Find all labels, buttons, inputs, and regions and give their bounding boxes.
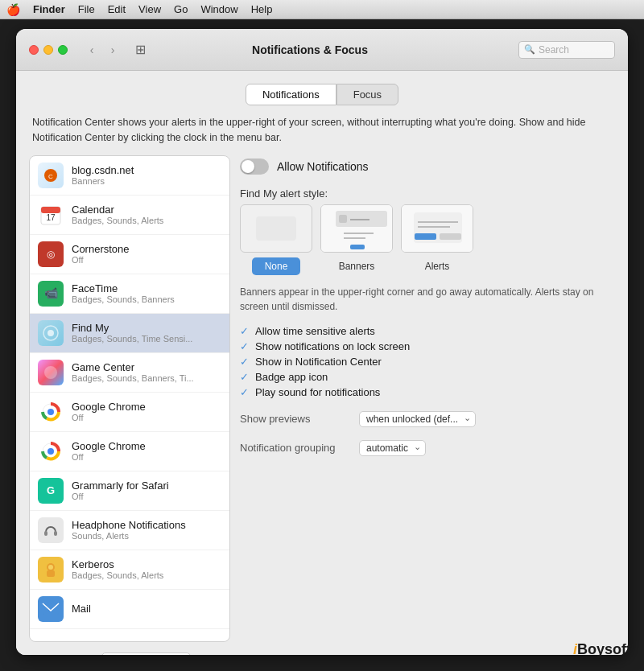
checkbox-icon[interactable]: ✓ — [240, 340, 249, 352]
none-label-btn[interactable]: None — [252, 257, 301, 275]
alerts-label-btn[interactable]: Alerts — [412, 257, 463, 275]
app-info: Headphone NotificationsSounds, Alerts — [72, 519, 221, 541]
toggle-row: Allow Notifications — [240, 155, 615, 178]
alert-style-none[interactable]: None — [240, 204, 312, 275]
svg-text:◎: ◎ — [47, 249, 55, 260]
app-icon-headphone — [38, 517, 64, 543]
svg-rect-34 — [440, 233, 461, 240]
svg-text:G: G — [47, 484, 55, 496]
preview-none — [240, 204, 312, 253]
none-preview-svg — [252, 212, 300, 245]
svg-point-8 — [47, 330, 54, 336]
app-list-item[interactable]: 📹FaceTimeBadges, Sounds, Banners — [30, 274, 229, 314]
menu-go[interactable]: Go — [174, 3, 188, 15]
svg-rect-28 — [350, 245, 365, 249]
app-icon-chrome2 — [38, 438, 64, 464]
app-name: Find My — [72, 322, 221, 334]
checkbox-icon[interactable]: ✓ — [240, 371, 249, 383]
close-button[interactable] — [29, 45, 39, 55]
alert-style-alerts[interactable]: Alerts — [401, 204, 473, 275]
app-info: Grammarly for SafariOff — [72, 480, 221, 501]
app-subtitle: Banners — [72, 176, 221, 186]
alert-styles: None — [240, 204, 615, 275]
svg-point-11 — [47, 409, 54, 415]
toggle-knob — [242, 160, 254, 173]
notif-grouping-select[interactable]: automatic — [359, 440, 426, 456]
forward-arrow[interactable]: › — [103, 40, 122, 60]
app-icon-csdn: C — [38, 163, 64, 188]
banner-preview-svg — [321, 204, 392, 253]
menu-file[interactable]: File — [78, 3, 95, 15]
maximize-button[interactable] — [58, 45, 68, 55]
checkbox-icon[interactable]: ✓ — [240, 386, 249, 398]
app-info: Mail — [72, 603, 221, 615]
checkboxes-section: ✓Allow time sensitive alerts✓Show notifi… — [240, 323, 615, 400]
checkbox-row-2: ✓Show in Notification Center — [240, 354, 615, 369]
svg-rect-15 — [44, 531, 47, 536]
menu-edit[interactable]: Edit — [108, 3, 126, 15]
checkbox-label: Show in Notification Center — [255, 356, 382, 368]
checkbox-label: Play sound for notifications — [255, 386, 380, 398]
app-name: Grammarly for Safari — [72, 480, 221, 492]
app-name: Google Chrome — [72, 401, 221, 413]
banners-label-btn[interactable]: Banners — [326, 257, 388, 275]
menu-finder[interactable]: Finder — [33, 3, 65, 15]
svg-rect-3 — [41, 207, 60, 213]
menu-window[interactable]: Window — [200, 3, 237, 15]
menu-view[interactable]: View — [138, 3, 161, 15]
grid-icon[interactable]: ⊞ — [130, 40, 150, 60]
checkbox-icon[interactable]: ✓ — [240, 325, 249, 337]
show-previews-bottom-wrapper: when unlocked — [101, 652, 191, 655]
app-subtitle: Off — [72, 452, 221, 462]
alert-style-banners[interactable]: Banners — [320, 204, 393, 275]
app-name: blog.csdn.net — [72, 164, 221, 176]
notif-grouping-label: Notification grouping — [240, 442, 353, 454]
app-info: Google ChromeOff — [72, 401, 221, 422]
back-arrow[interactable]: ‹ — [82, 40, 101, 60]
app-list-item[interactable]: GGrammarly for SafariOff — [30, 471, 229, 511]
app-name: Cornerstone — [72, 243, 221, 255]
app-icon-findmy — [38, 320, 64, 346]
app-list-item[interactable]: Game CenterBadges, Sounds, Banners, Ti..… — [30, 353, 229, 393]
app-list-item[interactable]: Mail — [30, 590, 229, 629]
app-info: Game CenterBadges, Sounds, Banners, Ti..… — [72, 361, 221, 383]
app-icon-mail — [38, 596, 64, 622]
checkbox-label: Show notifications on lock screen — [255, 340, 410, 352]
app-list-item[interactable]: KerberosBadges, Sounds, Alerts — [30, 550, 229, 590]
app-name: Google Chrome — [72, 440, 221, 452]
allow-notifications-toggle[interactable] — [240, 158, 269, 175]
show-previews-bottom-select[interactable]: when unlocked — [101, 652, 191, 655]
app-icon-gamecenter — [38, 360, 64, 385]
tab-notifications[interactable]: Notifications — [246, 84, 336, 105]
show-previews-select[interactable]: when unlocked (def... — [359, 411, 476, 427]
svg-rect-33 — [415, 233, 436, 240]
app-list-item[interactable]: ◎CornerstoneOff — [30, 235, 229, 274]
minimize-button[interactable] — [43, 45, 53, 55]
app-list-item[interactable]: Find MyBadges, Sounds, Time Sensi... — [30, 314, 229, 353]
checkbox-icon[interactable]: ✓ — [240, 356, 249, 368]
search-icon: 🔍 — [524, 44, 535, 55]
tab-focus[interactable]: Focus — [336, 84, 398, 105]
svg-point-13 — [47, 448, 54, 455]
app-name: FaceTime — [72, 282, 221, 294]
preview-banners — [320, 204, 393, 253]
right-panel: Allow Notifications Find My alert style: — [240, 155, 615, 643]
search-box[interactable]: 🔍 Search — [518, 41, 615, 59]
description-text: Notification Center shows your alerts in… — [32, 115, 612, 146]
app-list-item[interactable]: Google ChromeOff — [30, 432, 229, 471]
show-previews-row: Show previews when unlocked (def... — [240, 410, 615, 429]
app-list-item[interactable]: Google ChromeOff — [30, 393, 229, 432]
menu-help[interactable]: Help — [251, 3, 273, 15]
svg-point-19 — [48, 565, 53, 570]
checkbox-row-3: ✓Badge app icon — [240, 369, 615, 385]
app-info: Google ChromeOff — [72, 440, 221, 462]
app-list-item[interactable]: 17CalendarBadges, Sounds, Alerts — [30, 196, 229, 235]
show-previews-label: Show previews — [240, 413, 353, 425]
app-list-item[interactable]: Headphone NotificationsSounds, Alerts — [30, 511, 229, 550]
app-subtitle: Badges, Sounds, Banners — [72, 294, 221, 304]
search-placeholder: Search — [539, 44, 569, 56]
apple-menu[interactable]: 🍎 — [6, 3, 20, 16]
svg-point-9 — [44, 366, 57, 379]
app-list-item[interactable]: Cblog.csdn.netBanners — [30, 156, 229, 196]
preview-alerts — [401, 204, 473, 253]
